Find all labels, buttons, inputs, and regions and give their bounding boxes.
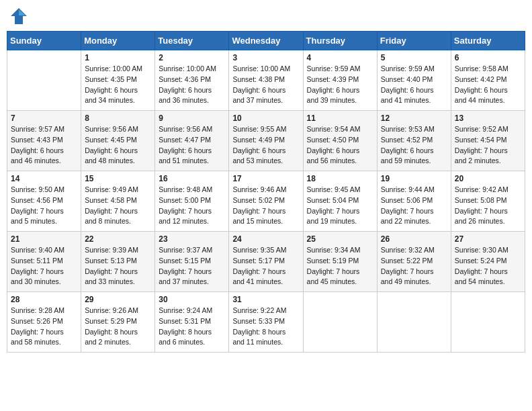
day-info-line: and 39 minutes. <box>307 96 357 104</box>
day-info-line: Sunset: 4:47 PM <box>159 136 211 144</box>
day-info-line: Daylight: 7 hours <box>307 207 360 215</box>
day-info: Sunrise: 9:37 AMSunset: 5:15 PMDaylight:… <box>159 245 225 287</box>
day-number: 3 <box>232 53 299 62</box>
day-info-line: Sunrise: 9:32 AM <box>381 246 435 254</box>
day-info-line: Sunrise: 9:42 AM <box>455 185 508 193</box>
day-info-line: Sunrise: 9:48 AM <box>159 185 212 193</box>
day-number: 4 <box>307 53 373 62</box>
day-info-line: Sunrise: 9:57 AM <box>11 125 64 133</box>
weekday-header-friday: Friday <box>377 32 451 50</box>
day-info-line: and 58 minutes. <box>11 338 61 346</box>
day-info-line: and 26 minutes. <box>455 217 505 225</box>
calendar-cell: 5Sunrise: 9:59 AMSunset: 4:40 PMDaylight… <box>377 50 451 111</box>
week-row-3: 14Sunrise: 9:50 AMSunset: 4:56 PMDayligh… <box>7 171 525 232</box>
day-info: Sunrise: 9:32 AMSunset: 5:22 PMDaylight:… <box>381 245 447 287</box>
day-info-line: Daylight: 7 hours <box>159 267 212 275</box>
day-info-line: Sunrise: 10:00 AM <box>232 64 290 73</box>
page-header <box>7 7 525 26</box>
day-info-line: and 6 minutes. <box>159 338 205 346</box>
day-info-line: Sunrise: 9:24 AM <box>159 306 212 314</box>
day-info: Sunrise: 9:44 AMSunset: 5:06 PMDaylight:… <box>381 185 447 227</box>
day-info-line: and 44 minutes. <box>455 96 505 104</box>
day-number: 5 <box>381 53 447 62</box>
day-number: 29 <box>85 295 151 304</box>
day-info-line: Sunset: 4:40 PM <box>381 75 433 83</box>
day-info-line: Daylight: 7 hours <box>307 267 360 275</box>
weekday-header-wednesday: Wednesday <box>229 32 303 50</box>
day-info: Sunrise: 9:28 AMSunset: 5:26 PMDaylight:… <box>11 306 77 348</box>
day-info-line: Daylight: 6 hours <box>159 86 212 94</box>
day-info: Sunrise: 9:59 AMSunset: 4:39 PMDaylight:… <box>307 64 373 106</box>
calendar-cell: 20Sunrise: 9:42 AMSunset: 5:08 PMDayligh… <box>451 171 525 232</box>
day-info-line: Sunrise: 9:39 AM <box>85 246 138 254</box>
day-info-line: Daylight: 7 hours <box>11 328 64 336</box>
calendar-cell <box>451 292 525 353</box>
day-number: 24 <box>232 234 299 244</box>
calendar-cell: 6Sunrise: 9:58 AMSunset: 4:42 PMDaylight… <box>451 50 525 111</box>
day-number: 16 <box>159 174 225 183</box>
day-info-line: Sunrise: 9:49 AM <box>85 185 138 193</box>
day-number: 1 <box>85 53 151 62</box>
day-info-line: Daylight: 6 hours <box>11 146 64 154</box>
day-info-line: Sunset: 4:56 PM <box>11 196 63 204</box>
calendar-header: SundayMondayTuesdayWednesdayThursdayFrid… <box>7 32 525 50</box>
calendar-cell: 14Sunrise: 9:50 AMSunset: 4:56 PMDayligh… <box>7 171 81 232</box>
day-info-line: and 56 minutes. <box>307 156 357 165</box>
day-number: 15 <box>85 174 151 183</box>
day-info-line: and 2 minutes. <box>85 338 131 346</box>
day-info-line: and 41 minutes. <box>381 96 431 104</box>
header-row: SundayMondayTuesdayWednesdayThursdayFrid… <box>7 32 525 50</box>
calendar-cell: 24Sunrise: 9:35 AMSunset: 5:17 PMDayligh… <box>229 232 303 292</box>
calendar-cell: 19Sunrise: 9:44 AMSunset: 5:06 PMDayligh… <box>377 171 451 232</box>
day-info-line: Daylight: 6 hours <box>159 146 212 154</box>
day-number: 18 <box>307 174 373 183</box>
day-info-line: Daylight: 7 hours <box>455 207 508 215</box>
day-info-line: Sunrise: 9:53 AM <box>381 125 435 133</box>
day-info-line: Sunset: 5:08 PM <box>455 196 507 204</box>
day-info-line: and 48 minutes. <box>85 156 135 165</box>
day-info-line: and 53 minutes. <box>232 156 283 165</box>
day-number: 10 <box>232 113 299 123</box>
day-info: Sunrise: 9:56 AMSunset: 4:45 PMDaylight:… <box>85 124 151 167</box>
day-info-line: and 33 minutes. <box>85 277 135 285</box>
day-info: Sunrise: 10:00 AMSunset: 4:38 PMDaylight… <box>232 64 299 106</box>
day-info-line: Sunset: 4:50 PM <box>307 136 359 144</box>
day-number: 31 <box>232 295 299 304</box>
day-number: 20 <box>455 174 521 183</box>
calendar-cell: 21Sunrise: 9:40 AMSunset: 5:11 PMDayligh… <box>7 232 81 292</box>
day-info-line: Sunset: 5:31 PM <box>159 317 211 325</box>
day-info-line: Daylight: 7 hours <box>85 207 138 215</box>
day-number: 22 <box>85 234 151 244</box>
day-info-line: and 37 minutes. <box>232 96 283 104</box>
day-info-line: Daylight: 6 hours <box>232 86 285 94</box>
day-info-line: Sunrise: 9:59 AM <box>381 64 435 73</box>
day-info-line: Daylight: 8 hours <box>85 328 138 336</box>
calendar-body: 1Sunrise: 10:00 AMSunset: 4:35 PMDayligh… <box>7 50 525 353</box>
day-info-line: and 5 minutes. <box>11 217 57 225</box>
day-info-line: Daylight: 7 hours <box>455 267 508 275</box>
day-info: Sunrise: 9:57 AMSunset: 4:43 PMDaylight:… <box>11 124 77 167</box>
calendar-cell <box>7 50 81 111</box>
day-number: 2 <box>159 53 225 62</box>
day-info: Sunrise: 9:50 AMSunset: 4:56 PMDaylight:… <box>11 185 77 227</box>
day-info-line: Sunrise: 9:34 AM <box>307 246 361 254</box>
day-info-line: Sunset: 4:39 PM <box>307 75 359 83</box>
day-info-line: Sunset: 5:15 PM <box>159 257 211 265</box>
calendar-cell: 22Sunrise: 9:39 AMSunset: 5:13 PMDayligh… <box>81 232 155 292</box>
day-info: Sunrise: 9:59 AMSunset: 4:40 PMDaylight:… <box>381 64 447 106</box>
day-info-line: Daylight: 7 hours <box>381 207 434 215</box>
day-info-line: and 49 minutes. <box>381 277 431 285</box>
day-info-line: Sunset: 5:22 PM <box>381 257 433 265</box>
day-info-line: Sunset: 5:13 PM <box>85 257 137 265</box>
svg-marker-1 <box>19 9 26 15</box>
calendar-cell: 18Sunrise: 9:45 AMSunset: 5:04 PMDayligh… <box>303 171 377 232</box>
day-info-line: Sunset: 5:33 PM <box>232 317 285 325</box>
week-row-4: 21Sunrise: 9:40 AMSunset: 5:11 PMDayligh… <box>7 232 525 292</box>
day-info: Sunrise: 9:46 AMSunset: 5:02 PMDaylight:… <box>232 185 299 227</box>
day-info-line: and 2 minutes. <box>455 156 501 165</box>
day-info-line: and 54 minutes. <box>455 277 505 285</box>
day-info: Sunrise: 9:45 AMSunset: 5:04 PMDaylight:… <box>307 185 373 227</box>
day-info: Sunrise: 9:56 AMSunset: 4:47 PMDaylight:… <box>159 124 225 167</box>
day-info-line: and 22 minutes. <box>381 217 431 225</box>
day-info-line: Sunset: 5:29 PM <box>85 317 137 325</box>
